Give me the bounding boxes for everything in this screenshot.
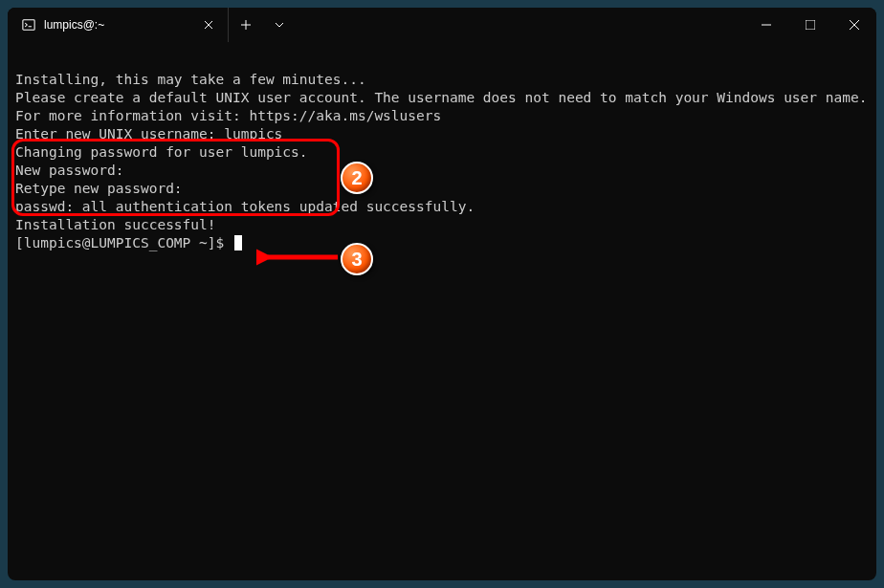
terminal-content[interactable]: Installing, this may take a few minutes.… <box>8 42 876 580</box>
terminal-line: New password: <box>15 162 869 180</box>
maximize-button[interactable] <box>788 8 832 42</box>
terminal-line: For more information visit: https://aka.… <box>15 107 869 125</box>
terminal-line: Installing, this may take a few minutes.… <box>15 71 869 89</box>
tab-close-button[interactable] <box>199 15 218 34</box>
terminal-line: Installation successful! <box>15 216 869 234</box>
minimize-button[interactable] <box>744 8 788 42</box>
terminal-line: Enter new UNIX username: lumpics <box>15 125 869 143</box>
close-button[interactable] <box>832 8 876 42</box>
terminal-line: passwd: all authentication tokens update… <box>15 198 869 216</box>
tab-dropdown-button[interactable] <box>262 8 297 42</box>
terminal-icon <box>21 17 36 33</box>
terminal-line: Retype new password: <box>15 180 869 198</box>
svg-rect-1 <box>806 20 815 30</box>
tab-active[interactable]: lumpics@:~ <box>8 8 228 42</box>
svg-rect-0 <box>23 20 34 31</box>
tab-title: lumpics@:~ <box>44 18 199 32</box>
title-bar: lumpics@:~ <box>8 8 876 42</box>
cursor <box>234 235 242 250</box>
terminal-line: Changing password for user lumpics. <box>15 143 869 162</box>
new-tab-button[interactable] <box>228 8 262 42</box>
terminal-prompt: [lumpics@LUMPICS_COMP ~]$ <box>15 234 869 252</box>
terminal-window: lumpics@:~ <box>8 8 876 580</box>
window-controls <box>744 8 876 42</box>
annotation-callout-2: 2 <box>341 162 373 194</box>
annotation-callout-3: 3 <box>341 243 373 275</box>
terminal-line: Please create a default UNIX user accoun… <box>15 89 869 107</box>
